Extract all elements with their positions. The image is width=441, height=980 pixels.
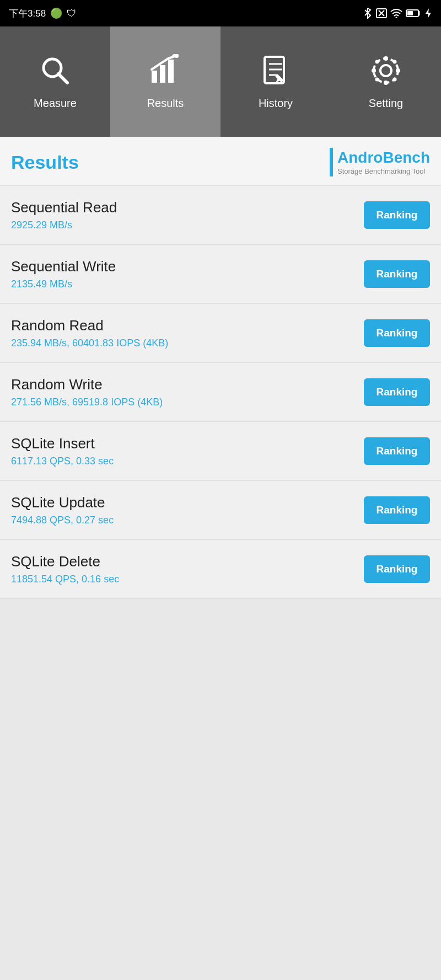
result-item: SQLite Delete11851.54 QPS, 0.16 secRanki…: [0, 540, 441, 599]
result-info: SQLite Insert6117.13 QPS, 0.33 sec: [11, 435, 114, 467]
tab-history-label: History: [259, 97, 293, 110]
svg-point-26: [375, 77, 379, 81]
result-info: SQLite Update7494.88 QPS, 0.27 sec: [11, 494, 114, 526]
results-icon: [149, 54, 182, 92]
history-icon: [259, 54, 292, 92]
result-value: 6117.13 QPS, 0.33 sec: [11, 456, 114, 467]
result-value: 2135.49 MB/s: [11, 279, 116, 290]
result-name: Random Read: [11, 317, 168, 334]
result-name: Sequential Read: [11, 199, 117, 216]
brand-bar: [330, 148, 333, 176]
page-title: Results: [11, 152, 79, 173]
tab-results[interactable]: Results: [110, 26, 220, 137]
result-item: Random Write271.56 MB/s, 69519.8 IOPS (4…: [0, 363, 441, 422]
svg-point-23: [396, 68, 400, 73]
result-value: 11851.54 QPS, 0.16 sec: [11, 574, 119, 585]
result-name: SQLite Update: [11, 494, 114, 511]
bolt-icon: [424, 8, 432, 19]
status-icon-green: 🟢: [50, 7, 62, 19]
result-name: SQLite Insert: [11, 435, 114, 452]
result-name: Random Write: [11, 376, 163, 393]
results-list: Sequential Read2925.29 MB/sRankingSequen…: [0, 186, 441, 599]
measure-icon: [39, 54, 72, 92]
page-header: Results AndroBench Storage Benchmarking …: [0, 137, 441, 186]
x-box-icon: [376, 8, 387, 18]
battery-icon: [406, 9, 421, 18]
result-item: SQLite Update7494.88 QPS, 0.27 secRankin…: [0, 481, 441, 540]
bottom-spacer: [0, 599, 441, 930]
svg-point-3: [396, 17, 397, 19]
status-bar: 下午3:58 🟢 🛡: [0, 0, 441, 26]
result-value: 235.94 MB/s, 60401.83 IOPS (4KB): [11, 338, 168, 349]
setting-icon: [369, 54, 402, 92]
brand-text: AndroBench Storage Benchmarking Tool: [337, 148, 430, 175]
result-name: Sequential Write: [11, 258, 116, 275]
tab-results-label: Results: [147, 97, 184, 110]
status-right-icons: [363, 8, 432, 19]
status-icon-shield: 🛡: [67, 8, 77, 19]
nav-tabs: Measure Results: [0, 26, 441, 137]
brand-logo: AndroBench Storage Benchmarking Tool: [330, 148, 430, 176]
svg-rect-10: [168, 60, 174, 83]
status-time: 下午3:58: [9, 7, 46, 20]
result-item: Random Read235.94 MB/s, 60401.83 IOPS (4…: [0, 304, 441, 363]
tab-history[interactable]: History: [220, 26, 331, 137]
svg-rect-8: [152, 71, 157, 83]
result-info: Random Write271.56 MB/s, 69519.8 IOPS (4…: [11, 376, 163, 408]
result-item: Sequential Write2135.49 MB/sRanking: [0, 245, 441, 304]
ranking-button[interactable]: Ranking: [364, 496, 430, 524]
result-value: 2925.29 MB/s: [11, 219, 117, 231]
brand-name-part2: Bench: [383, 149, 430, 166]
bluetooth-icon: [363, 8, 373, 19]
ranking-button[interactable]: Ranking: [364, 437, 430, 465]
result-info: Sequential Read2925.29 MB/s: [11, 199, 117, 231]
tab-setting-label: Setting: [369, 97, 403, 110]
svg-point-18: [380, 65, 391, 76]
brand-sub: Storage Benchmarking Tool: [337, 167, 430, 176]
svg-line-7: [58, 74, 67, 83]
svg-point-22: [372, 68, 376, 73]
result-item: SQLite Insert6117.13 QPS, 0.33 secRankin…: [0, 422, 441, 481]
svg-point-25: [393, 60, 397, 63]
svg-rect-9: [160, 65, 165, 83]
svg-rect-5: [407, 11, 413, 15]
ranking-button[interactable]: Ranking: [364, 378, 430, 406]
svg-point-27: [393, 77, 397, 81]
brand-name-part1: Andro: [337, 149, 383, 166]
ranking-button[interactable]: Ranking: [364, 555, 430, 583]
result-info: SQLite Delete11851.54 QPS, 0.16 sec: [11, 553, 119, 585]
result-name: SQLite Delete: [11, 553, 119, 570]
result-value: 7494.88 QPS, 0.27 sec: [11, 515, 114, 526]
result-info: Random Read235.94 MB/s, 60401.83 IOPS (4…: [11, 317, 168, 349]
status-left: 下午3:58 🟢 🛡: [9, 7, 77, 20]
result-item: Sequential Read2925.29 MB/sRanking: [0, 186, 441, 245]
svg-point-20: [384, 56, 388, 61]
result-value: 271.56 MB/s, 69519.8 IOPS (4KB): [11, 397, 163, 408]
brand-name: AndroBench: [337, 148, 430, 167]
svg-point-21: [384, 81, 388, 85]
ranking-button[interactable]: Ranking: [364, 319, 430, 347]
result-info: Sequential Write2135.49 MB/s: [11, 258, 116, 290]
svg-point-24: [375, 60, 379, 63]
tab-measure[interactable]: Measure: [0, 26, 110, 137]
wifi-icon: [390, 8, 402, 18]
ranking-button[interactable]: Ranking: [364, 201, 430, 229]
ranking-button[interactable]: Ranking: [364, 260, 430, 288]
tab-setting[interactable]: Setting: [331, 26, 441, 137]
tab-measure-label: Measure: [34, 97, 77, 110]
